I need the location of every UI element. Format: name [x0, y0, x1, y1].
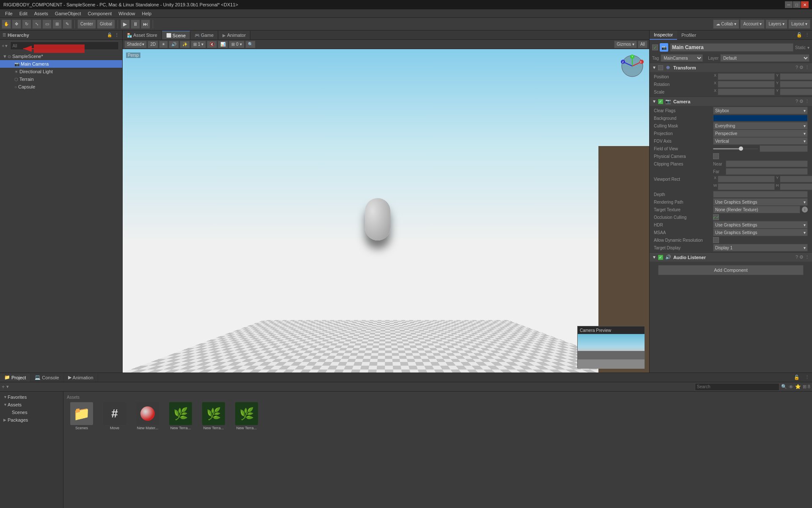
transform-more-icon[interactable]: ⋮	[805, 65, 809, 70]
close-btn[interactable]: ✕	[801, 1, 809, 8]
scene-count2[interactable]: ⊞ 0 ▾	[229, 41, 244, 48]
stats-btn[interactable]: 📊	[218, 41, 228, 48]
asset-terrain3[interactable]: 🌿 New Terra...	[232, 402, 261, 430]
hand-tool-btn[interactable]: ✋	[2, 19, 11, 29]
viewport[interactable]: Persp X Y	[123, 49, 649, 373]
rect-tool-btn[interactable]: ▭	[42, 19, 52, 29]
transform-checkbox[interactable]	[658, 65, 663, 70]
project-menu-btn[interactable]: ▾	[6, 384, 9, 389]
clear-flags-dropdown[interactable]: Skybox ▾	[713, 107, 808, 114]
project-search-input[interactable]	[695, 383, 779, 391]
sidebar-assets[interactable]: ▼ Assets	[0, 401, 63, 409]
object-active-checkbox[interactable]: ✓	[652, 44, 658, 50]
hierarchy-menu-icon[interactable]: ▾	[5, 43, 8, 49]
position-x-input[interactable]: 0	[718, 73, 775, 80]
hierarchy-item-dirlight[interactable]: ☀ Directional Light	[0, 68, 122, 75]
dynamic-resolution-checkbox[interactable]	[713, 237, 719, 243]
camera-more-icon[interactable]: ⋮	[805, 99, 809, 104]
custom-tool-btn[interactable]: ✎	[63, 19, 72, 29]
transform-help-icon[interactable]: ?	[796, 65, 798, 70]
hierarchy-item-samplescene[interactable]: ▼ ⊙ SampleScene*	[0, 52, 122, 60]
sidebar-scenes[interactable]: Scenes	[0, 409, 63, 416]
target-texture-field[interactable]: None (Render Texture)	[713, 206, 800, 213]
fov-value-input[interactable]: 60	[760, 145, 808, 152]
camera-settings-icon[interactable]: ⚙	[799, 99, 804, 104]
inspector-lock-icon[interactable]: 🔓	[796, 32, 805, 38]
search-icon[interactable]: 🔍	[781, 384, 787, 389]
audio-settings-icon[interactable]: ⚙	[799, 254, 804, 260]
bottom-lock-icon[interactable]: 🔓	[791, 375, 802, 380]
layer-select[interactable]: Default	[720, 54, 809, 62]
menu-file[interactable]: File	[2, 9, 16, 18]
transform-tool-btn[interactable]: ⊞	[52, 19, 62, 29]
rendering-path-dropdown[interactable]: Use Graphics Settings ▾	[713, 198, 808, 206]
project-grid-icon[interactable]: ⊞ 8	[803, 384, 810, 389]
tag-select[interactable]: MainCamera	[661, 54, 703, 62]
bottom-more-icon[interactable]: ⋮	[802, 375, 812, 380]
layer-count-btn[interactable]: ⊞ 1 ▾	[191, 41, 206, 48]
hierarchy-add-icon[interactable]: +	[2, 43, 4, 48]
pause-btn[interactable]: ⏸	[131, 19, 140, 29]
account-btn[interactable]: Account ▾	[740, 19, 765, 29]
play-btn[interactable]: ▶	[121, 19, 130, 29]
menu-window[interactable]: Window	[115, 9, 138, 18]
clipping-near-input[interactable]: 0.3	[726, 160, 808, 167]
tab-animation[interactable]: ▶ Animation	[64, 373, 98, 382]
tab-console[interactable]: 💻 Console	[30, 373, 63, 382]
tab-animator[interactable]: ▶ Animator	[218, 31, 250, 39]
light-btn[interactable]: ☀	[159, 41, 168, 48]
fov-axis-dropdown[interactable]: Vertical ▾	[713, 137, 808, 145]
hierarchy-item-maincamera[interactable]: 📷 Main Camera	[0, 60, 122, 68]
global-toggle-btn[interactable]: Global	[97, 19, 115, 29]
step-btn[interactable]: ⏭	[141, 19, 150, 29]
asset-terrain1[interactable]: 🌿 New Terra...	[166, 402, 195, 430]
target-texture-info-icon[interactable]: i	[802, 207, 808, 213]
minimize-btn[interactable]: ─	[785, 1, 793, 8]
move-tool-btn[interactable]: ✥	[12, 19, 21, 29]
vp-y-input[interactable]: 0	[780, 176, 812, 182]
hierarchy-lock-icon[interactable]: 🔓	[107, 32, 112, 38]
hierarchy-item-terrain[interactable]: ⬡ Terrain	[0, 75, 122, 83]
hierarchy-more-icon[interactable]: ⋮	[114, 32, 120, 38]
audio-toggle-btn[interactable]: 🔇	[207, 41, 217, 48]
sidebar-favorites[interactable]: ▼ Favorites	[0, 393, 63, 401]
object-name-input[interactable]	[670, 43, 793, 52]
static-dropdown-icon[interactable]: ▾	[807, 45, 809, 50]
transform-header[interactable]: ▼ ⊕ Transform ? ⚙ ⋮	[650, 63, 812, 72]
transform-settings-icon[interactable]: ⚙	[799, 65, 804, 70]
audio-btn[interactable]: 🔊	[169, 41, 179, 48]
occlusion-culling-checkbox[interactable]: ✓	[713, 214, 719, 220]
camera-header[interactable]: ▼ ✓ 📷 Camera ? ⚙ ⋮	[650, 97, 812, 106]
all-label-btn[interactable]: All	[638, 41, 647, 48]
menu-edit[interactable]: Edit	[16, 9, 31, 18]
fov-slider[interactable]	[713, 148, 758, 149]
project-star-icon[interactable]: ⭐	[795, 384, 801, 389]
audio-listener-header[interactable]: ▼ ✓ 🔊 Audio Listener ? ⚙ ⋮	[650, 252, 812, 262]
vp-w-input[interactable]: 1	[718, 183, 775, 190]
menu-gameobject[interactable]: GameObject	[52, 9, 85, 18]
projection-dropdown[interactable]: Perspective ▾	[713, 130, 808, 137]
physical-camera-checkbox[interactable]	[713, 153, 719, 159]
2d-btn[interactable]: 2D	[148, 41, 158, 48]
gizmos-btn[interactable]: Gizmos ▾	[614, 41, 637, 48]
menu-help[interactable]: Help	[138, 9, 155, 18]
project-eye-icon[interactable]: 👁	[789, 384, 793, 389]
background-color-swatch[interactable]	[713, 115, 808, 121]
scale-y-input[interactable]: 1	[780, 88, 812, 95]
audio-help-icon[interactable]: ?	[796, 254, 798, 260]
asset-scenes[interactable]: 📁 Scenes	[67, 402, 96, 430]
fov-slider-thumb[interactable]	[739, 146, 743, 151]
target-display-dropdown[interactable]: Display 1 ▾	[713, 244, 808, 251]
tab-game[interactable]: 🎮 Game	[190, 31, 218, 39]
rotation-y-input[interactable]: 0	[780, 81, 812, 88]
asset-terrain2[interactable]: 🌿 New Terra...	[199, 402, 228, 430]
depth-input[interactable]: -1	[713, 191, 808, 198]
layers-btn[interactable]: Layers ▾	[765, 19, 787, 29]
inspector-more-icon[interactable]: ⋮	[805, 32, 812, 38]
clipping-far-input[interactable]: 1000	[726, 168, 808, 175]
inspector-tab[interactable]: Inspector	[650, 30, 677, 40]
center-toggle-btn[interactable]: Center	[77, 19, 96, 29]
camera-help-icon[interactable]: ?	[796, 99, 798, 104]
layout-btn[interactable]: Layout ▾	[788, 19, 810, 29]
rotate-tool-btn[interactable]: ↻	[22, 19, 31, 29]
